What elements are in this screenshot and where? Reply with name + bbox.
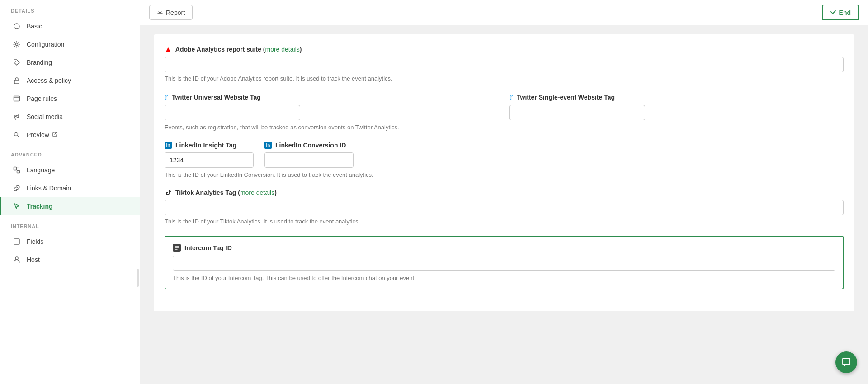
sidebar-item-tracking[interactable]: Tracking [0, 197, 140, 215]
linkedin-insight-input[interactable] [165, 152, 254, 168]
sidebar-item-label: Fields [27, 238, 43, 245]
twitter-universal-icon: 𝕣 [165, 93, 168, 101]
sidebar-item-label: Access & policy [27, 77, 71, 84]
intercom-label: Intercom Tag ID [184, 244, 232, 251]
person-icon [12, 255, 21, 264]
translate-icon [12, 166, 21, 175]
svg-point-5 [14, 133, 18, 136]
svg-rect-3 [14, 80, 19, 84]
sidebar-item-label: Page rules [27, 95, 57, 102]
adobe-label: Adobe Analytics report suite (more detai… [175, 46, 302, 53]
twitter-universal-label-row: 𝕣 Twitter Universal Website Tag [165, 93, 499, 101]
check-icon [830, 9, 836, 16]
adobe-label-row: ▲ Adobe Analytics report suite (more det… [165, 45, 844, 53]
linkedin-insight-icon: in [165, 142, 172, 149]
linkedin-insight-label: LinkedIn Insight Tag [175, 142, 236, 149]
linkedin-conversion-label: LinkedIn Conversion ID [275, 142, 346, 149]
gear-icon [12, 40, 21, 49]
sidebar-item-host[interactable]: Host [0, 251, 140, 269]
cursor-icon [12, 202, 21, 211]
megaphone-icon [12, 112, 21, 121]
sidebar-item-label: Social media [27, 113, 63, 120]
main-area: Report End ▲ Adobe Analytics report suit… [140, 0, 868, 384]
adobe-analytics-section: ▲ Adobe Analytics report suite (more det… [165, 45, 844, 82]
intercom-label-row: Intercom Tag ID [173, 244, 835, 252]
linkedin-fields-row: in LinkedIn Insight Tag in LinkedIn Conv… [165, 142, 844, 168]
svg-point-9 [15, 257, 18, 260]
sidebar-item-label: Tracking [27, 203, 53, 210]
tiktok-more-details-link[interactable]: more details [240, 189, 274, 196]
browser-icon [12, 94, 21, 103]
content-area: ▲ Adobe Analytics report suite (more det… [140, 25, 868, 384]
sidebar-item-language[interactable]: Language [0, 161, 140, 179]
intercom-description: This is the ID of your Intercom Tag. Thi… [173, 275, 835, 281]
twitter-single-icon: 𝕣 [509, 93, 513, 101]
report-label: Report [166, 9, 185, 16]
intercom-icon [173, 244, 181, 252]
sidebar-item-label: Preview [27, 131, 49, 138]
adobe-more-details-link[interactable]: more details [265, 46, 299, 53]
square-icon [12, 237, 21, 246]
tiktok-icon [165, 189, 172, 196]
twitter-universal-label: Twitter Universal Website Tag [172, 94, 261, 101]
tracking-card: ▲ Adobe Analytics report suite (more det… [154, 34, 854, 311]
twitter-single-label-row: 𝕣 Twitter Single-event Website Tag [509, 93, 844, 101]
twitter-universal-field: 𝕣 Twitter Universal Website Tag [165, 93, 499, 120]
twitter-single-label: Twitter Single-event Website Tag [517, 94, 615, 101]
sidebar-item-label: Links & Domain [27, 185, 71, 192]
sidebar-item-configuration[interactable]: Configuration [0, 35, 140, 53]
adobe-input[interactable] [165, 57, 844, 72]
sidebar-item-branding[interactable]: Branding [0, 53, 140, 71]
twitter-section: 𝕣 Twitter Universal Website Tag 𝕣 Twitte… [165, 93, 844, 131]
intercom-highlighted-section: Intercom Tag ID This is the ID of your I… [165, 236, 844, 289]
tiktok-label-row: Tiktok Analytics Tag (more details) [165, 189, 844, 196]
svg-point-1 [16, 43, 18, 46]
intercom-input[interactable] [173, 256, 835, 271]
svg-rect-7 [17, 171, 20, 173]
chat-bubble-button[interactable] [835, 351, 857, 373]
sidebar-item-fields[interactable]: Fields [0, 232, 140, 251]
adobe-icon: ▲ [165, 45, 172, 53]
sidebar-item-access-policy[interactable]: Access & policy [0, 71, 140, 90]
twitter-single-event-field: 𝕣 Twitter Single-event Website Tag [509, 93, 844, 120]
circle-icon [12, 22, 21, 31]
tag-icon [12, 58, 21, 67]
linkedin-conversion-icon: in [264, 142, 272, 149]
sidebar-item-label: Configuration [27, 41, 64, 48]
twitter-universal-input[interactable] [165, 105, 300, 120]
adobe-description: This is the ID of your Adobe Analytics r… [165, 75, 844, 82]
linkedin-insight-label-row: in LinkedIn Insight Tag [165, 142, 254, 149]
svg-point-2 [15, 61, 16, 62]
linkedin-insight-field: in LinkedIn Insight Tag [165, 142, 254, 168]
lock-icon [12, 76, 21, 85]
external-link-icon [52, 131, 57, 138]
tiktok-input[interactable] [165, 200, 844, 215]
download-icon [157, 9, 163, 16]
tiktok-section: Tiktok Analytics Tag (more details) This… [165, 189, 844, 225]
link-icon [12, 184, 21, 193]
sidebar-item-label: Basic [27, 23, 42, 30]
linkedin-conversion-field: in LinkedIn Conversion ID [264, 142, 354, 168]
end-label: End [839, 9, 851, 16]
search-icon [12, 130, 21, 139]
sidebar-item-label: Branding [27, 59, 52, 66]
sidebar-item-social-media[interactable]: Social media [0, 108, 140, 126]
sidebar-section-details: DETAILS [0, 0, 140, 17]
sidebar-item-page-rules[interactable]: Page rules [0, 90, 140, 108]
sidebar-item-links-domain[interactable]: Links & Domain [0, 179, 140, 197]
twitter-description: Events, such as registration, that will … [165, 124, 844, 131]
linkedin-conversion-input[interactable] [264, 152, 354, 168]
twitter-fields-row: 𝕣 Twitter Universal Website Tag 𝕣 Twitte… [165, 93, 844, 120]
report-button[interactable]: Report [149, 5, 193, 20]
twitter-single-input[interactable] [509, 105, 645, 120]
sidebar-item-basic[interactable]: Basic [0, 17, 140, 35]
end-button[interactable]: End [822, 5, 859, 20]
svg-rect-8 [14, 239, 19, 244]
svg-rect-6 [14, 167, 17, 170]
tiktok-label: Tiktok Analytics Tag (more details) [175, 189, 277, 196]
sidebar-item-label: Language [27, 166, 55, 174]
topbar: Report End [140, 0, 868, 25]
linkedin-conversion-label-row: in LinkedIn Conversion ID [264, 142, 354, 149]
sidebar-section-internal: INTERNAL [0, 215, 140, 232]
sidebar-item-preview[interactable]: Preview [0, 126, 140, 144]
